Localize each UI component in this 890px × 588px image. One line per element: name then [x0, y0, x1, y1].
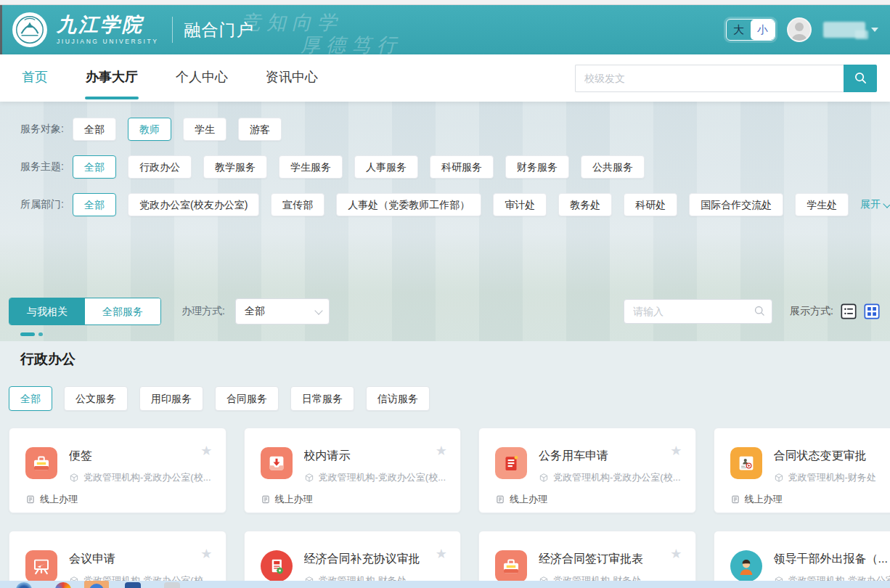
- taskbar-app-icon[interactable]: [16, 582, 32, 588]
- card-title[interactable]: 经济合同签订审批表: [539, 552, 661, 565]
- favorite-star-icon[interactable]: ★: [200, 547, 212, 560]
- red-document-icon: [500, 452, 522, 474]
- sub-filter-row: 全部 公文服务 用印服务 合同服务 日常服务 信访服务: [9, 386, 441, 411]
- chip-theme-all[interactable]: 全部: [73, 155, 116, 179]
- card-title[interactable]: 校内请示: [304, 449, 446, 462]
- chip-theme-hr[interactable]: 人事服务: [354, 155, 418, 179]
- font-size-large-button[interactable]: 大: [727, 20, 751, 40]
- handle-mode-select[interactable]: 全部: [235, 298, 330, 324]
- service-card-internal-request[interactable]: ★ 校内请示 党政管理机构-党政办公室(校...: [244, 428, 462, 513]
- username-redacted: [823, 22, 865, 38]
- subchip-daily[interactable]: 日常服务: [290, 386, 354, 411]
- chip-dept-hr[interactable]: 人事处（党委教师工作部）: [336, 193, 481, 216]
- taskbar-browser-icon[interactable]: [55, 582, 71, 588]
- taskbar-word-icon[interactable]: [125, 582, 141, 588]
- chip-target-all[interactable]: 全部: [73, 118, 116, 141]
- subchip-petition[interactable]: 信访服务: [366, 386, 430, 411]
- card-title[interactable]: 便签: [69, 449, 211, 462]
- search-input[interactable]: [575, 65, 844, 92]
- taskbar-app-icon[interactable]: [164, 582, 180, 588]
- card-title[interactable]: 会议申请: [69, 552, 211, 565]
- section-dot: [38, 332, 43, 336]
- user-avatar[interactable]: [787, 17, 812, 42]
- tab-all-services[interactable]: 全部服务: [85, 298, 160, 324]
- subchip-all[interactable]: 全部: [9, 386, 52, 411]
- service-card-meeting-request[interactable]: ★ 会议申请 党政管理机构-党政办公室(校...: [9, 531, 226, 588]
- cube-icon: [539, 473, 549, 483]
- favorite-star-icon[interactable]: ★: [436, 444, 447, 457]
- cube-icon: [69, 473, 79, 483]
- chip-dept-publicity[interactable]: 宣传部: [271, 193, 324, 216]
- chip-dept-student[interactable]: 学生处: [795, 193, 849, 216]
- favorite-star-icon[interactable]: ★: [670, 444, 682, 457]
- view-switcher: [841, 303, 880, 319]
- document-icon: [495, 494, 505, 505]
- font-size-small-button[interactable]: 小: [751, 20, 775, 40]
- search-button[interactable]: [844, 65, 877, 92]
- portal-title: 融合门户: [184, 19, 254, 41]
- browser-chrome-strip: [0, 0, 890, 5]
- chip-target-student[interactable]: 学生: [183, 118, 226, 141]
- chip-theme-admin[interactable]: 行政办公: [128, 155, 192, 179]
- presentation-plane-icon: [30, 555, 52, 577]
- user-menu[interactable]: [823, 22, 878, 38]
- subchip-seal[interactable]: 用印服务: [139, 386, 203, 411]
- chip-dept-all[interactable]: 全部: [73, 193, 116, 216]
- subchip-contract[interactable]: 合同服务: [215, 386, 279, 411]
- chip-theme-research[interactable]: 科研服务: [430, 155, 494, 179]
- favorite-star-icon[interactable]: ★: [436, 547, 447, 560]
- briefcase-icon: [500, 555, 522, 577]
- card-title[interactable]: 公务用车申请: [539, 449, 681, 462]
- card-title[interactable]: 领导干部外出报备（...: [774, 552, 890, 565]
- chip-theme-student[interactable]: 学生服务: [279, 155, 343, 179]
- scope-toggle: 与我相关 全部服务: [9, 298, 161, 325]
- service-card-vehicle-request[interactable]: ★ 公务用车申请 党政管理机构-党政办公室(校...: [478, 428, 696, 513]
- tab-personal-center[interactable]: 个人中心: [176, 54, 228, 102]
- card-title[interactable]: 合同状态变更审批: [774, 449, 884, 462]
- grid-view-icon[interactable]: [864, 303, 880, 319]
- chip-target-teacher[interactable]: 教师: [128, 118, 171, 141]
- chevron-down-icon: [314, 306, 322, 314]
- chip-theme-finance[interactable]: 财务服务: [505, 155, 569, 179]
- filter-label-service-target: 服务对象:: [20, 123, 73, 136]
- taskbar-active-app-icon[interactable]: [84, 581, 109, 588]
- subchip-document[interactable]: 公文服务: [64, 386, 128, 411]
- chip-dept-academic[interactable]: 教务处: [558, 193, 612, 216]
- favorite-star-icon[interactable]: ★: [670, 547, 682, 560]
- service-card-contract-supplement[interactable]: ★ 经济合同补充协议审批 党政: [244, 531, 462, 588]
- tab-service-hall[interactable]: 办事大厅: [86, 54, 138, 102]
- expand-link[interactable]: 展开: [860, 198, 890, 211]
- list-view-icon[interactable]: [841, 303, 857, 319]
- filter-row-service-target: 服务对象: 全部 教师 学生 游客: [20, 118, 880, 141]
- service-card-contract-status[interactable]: ★ 合同状态变更审批 党政管理: [714, 428, 890, 513]
- card-org-text: 党政管理机构-党政办公室(校...: [319, 471, 446, 484]
- university-name-en: JIUJIANG UNIVERSITY: [57, 38, 159, 45]
- filter-row-department: 所属部门: 全部 党政办公室(校友办公室) 宣传部 人事处（党委教师工作部） 审…: [20, 193, 880, 216]
- card-icon-tile: [495, 447, 527, 479]
- service-card-memo[interactable]: ★ 便签 党政管理机构-党政办公室(校...: [9, 428, 226, 513]
- chip-dept-international[interactable]: 国际合作交流处: [689, 193, 783, 216]
- chevron-down-icon: [871, 28, 878, 32]
- chip-theme-teaching[interactable]: 教学服务: [203, 155, 267, 179]
- toolbar-right: 展示方式:: [624, 299, 880, 324]
- filter-label-service-theme: 服务主题:: [20, 160, 73, 173]
- chip-dept-audit[interactable]: 审计处: [493, 193, 547, 216]
- tab-home[interactable]: 首页: [22, 54, 48, 102]
- chip-target-visitor[interactable]: 游客: [238, 118, 282, 141]
- font-size-toggle[interactable]: 大 小: [726, 19, 775, 41]
- service-search-input[interactable]: [624, 299, 772, 324]
- card-icon-tile: [730, 447, 762, 479]
- chip-theme-public[interactable]: 公共服务: [581, 155, 645, 179]
- service-card-contract-signing[interactable]: ★ 经济合同签订审批表 党政管理机构-财务处: [478, 531, 696, 588]
- search-icon: [754, 305, 766, 317]
- chip-dept-party-office[interactable]: 党政办公室(校友办公室): [128, 193, 259, 216]
- card-title[interactable]: 经济合同补充协议审批: [304, 552, 438, 565]
- card-org-text: 党政管理机构-财务处: [788, 471, 876, 484]
- chip-dept-research[interactable]: 科研处: [624, 193, 677, 216]
- tab-news-center[interactable]: 资讯中心: [266, 54, 318, 102]
- portal-header: 九江学院 JIUJIANG UNIVERSITY 融合门户 竞知向学 厚德笃行 …: [0, 5, 890, 54]
- inbox-download-icon: [266, 452, 287, 474]
- service-card-leader-outgoing[interactable]: ★ 领导干部外出报备（... 党政管理机构-党政办公室(校...: [714, 531, 890, 588]
- favorite-star-icon[interactable]: ★: [200, 444, 212, 457]
- tab-related-to-me[interactable]: 与我相关: [9, 298, 85, 324]
